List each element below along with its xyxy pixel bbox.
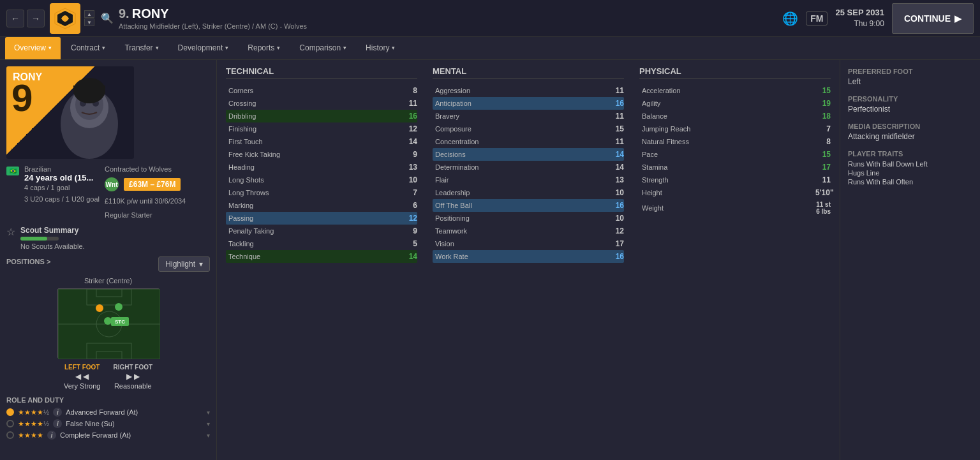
- top-bar: ← → ▲ ▼ 🔍 9.RONY Attacking Midfielder (L…: [0, 0, 980, 37]
- attr-aggression: Aggression 11: [433, 84, 624, 97]
- role-name-2: Complete Forward (At): [60, 431, 203, 439]
- role-chevron-1[interactable]: ▾: [207, 420, 210, 427]
- chevron-down-icon: ▾: [343, 45, 346, 51]
- role-chevron-2[interactable]: ▾: [207, 432, 210, 439]
- scout-star-icon: ☆: [6, 226, 15, 238]
- column-divider-2: [624, 66, 639, 263]
- attr-freekick: Free Kick Taking 9: [226, 148, 417, 161]
- right-foot-label: RIGHT FOOT: [113, 364, 152, 371]
- continue-button[interactable]: CONTINUE ▶: [892, 3, 974, 34]
- pitch-diagram: STC: [57, 288, 160, 359]
- attr-longthrows: Long Throws 7: [226, 186, 417, 199]
- player-header-info: 9.RONY Attacking Midfielder (Left), Stri…: [119, 6, 782, 30]
- personality-label: PERSONALITY: [848, 95, 972, 103]
- photo-name-label: RONY: [13, 71, 42, 83]
- attr-penaltytaking: Penalty Taking 9: [226, 225, 417, 237]
- tab-transfer[interactable]: Transfer ▾: [115, 37, 167, 59]
- positions-header[interactable]: POSITIONS >: [6, 258, 50, 265]
- player-overview-card: RONY 9: [6, 66, 210, 159]
- player-info-section: 🇧🇷 Brazilian 24 years old (15... 4 caps …: [6, 165, 210, 250]
- attr-flair: Flair 13: [433, 174, 624, 186]
- trait-list: Runs With Ball Down Left Hugs Line Runs …: [848, 160, 972, 186]
- svg-point-17: [115, 303, 122, 311]
- search-button[interactable]: 🔍: [101, 12, 114, 24]
- pitch-container: Striker (Centre): [6, 277, 210, 359]
- right-panel: PREFERRED FOOT Left PERSONALITY Perfecti…: [840, 60, 980, 460]
- highlight-dropdown[interactable]: Highlight ▾: [158, 256, 210, 272]
- attr-decisions: Decisions 14: [433, 148, 624, 161]
- back-button[interactable]: ←: [6, 10, 24, 27]
- media-desc-section: MEDIA DESCRIPTION Attacking midfielder: [848, 122, 972, 141]
- position-name: Striker (Centre): [84, 277, 132, 285]
- attrs-columns: TECHNICAL Corners 8 Crossing 11 Dribblin…: [226, 66, 831, 263]
- age-label: 24 years old (15...: [24, 173, 100, 182]
- fm-badge: FM: [806, 11, 828, 26]
- attr-pace: Pace 15: [639, 148, 831, 161]
- chevron-down-icon: ▾: [102, 45, 105, 51]
- role-name-1: False Nine (Su): [66, 420, 203, 427]
- player-status: Regular Starter: [105, 210, 186, 221]
- nationality-label: Brazilian: [24, 165, 100, 173]
- right-foot-rating: Reasonable: [113, 382, 152, 390]
- nationality-block: 🇧🇷 Brazilian 24 years old (15... 4 caps …: [6, 165, 100, 221]
- media-desc-label: MEDIA DESCRIPTION: [848, 122, 972, 130]
- column-divider-1: [417, 66, 433, 263]
- forward-button[interactable]: →: [27, 10, 45, 27]
- contract-block: Contracted to Wolves Wnt £63M – £76M £11…: [105, 165, 186, 221]
- badge-nav-arrows: ▲ ▼: [84, 10, 94, 26]
- attr-acceleration: Acceleration 15: [639, 84, 831, 97]
- positions-header-row: POSITIONS > Highlight ▾: [6, 256, 210, 272]
- scout-progress-fill: [20, 237, 47, 241]
- left-foot-block: LEFT FOOT ◀ ◀ Very Strong: [64, 364, 100, 390]
- personality-value: Perfectionist: [848, 105, 972, 114]
- nav-arrows: ← →: [6, 10, 45, 27]
- attr-balance: Balance 18: [639, 110, 831, 122]
- tab-reports[interactable]: Reports ▾: [239, 37, 289, 59]
- attr-anticipation: Anticipation 16: [433, 97, 624, 110]
- value-block: Wnt £63M – £76M: [105, 177, 186, 191]
- flag-icon: 🇧🇷: [6, 167, 19, 175]
- badge-up[interactable]: ▲: [84, 10, 94, 18]
- role-item-1: ★★★★½ i False Nine (Su) ▾: [6, 419, 210, 428]
- traits-section: PLAYER TRAITS Runs With Ball Down Left H…: [848, 150, 972, 186]
- role-info-icon-1[interactable]: i: [53, 419, 62, 428]
- role-radio-1[interactable]: [6, 420, 14, 427]
- continue-arrow-icon: ▶: [954, 13, 961, 24]
- attr-stamina: Stamina 17: [639, 161, 831, 174]
- nat-info: Brazilian 24 years old (15... 4 caps / 1…: [24, 165, 100, 205]
- nav-tabs: Overview ▾ Contract ▾ Transfer ▾ Develop…: [0, 37, 980, 60]
- attr-dribbling: Dribbling 16: [226, 110, 417, 122]
- tab-history[interactable]: History ▾: [357, 37, 404, 59]
- player-photo: RONY 9: [6, 66, 134, 159]
- tab-development[interactable]: Development ▾: [169, 37, 238, 59]
- role-radio-0[interactable]: [6, 408, 14, 416]
- attr-composure: Composure 15: [433, 122, 624, 135]
- preferred-foot-label: PREFERRED FOOT: [848, 68, 972, 75]
- globe-icon: 🌐: [782, 11, 798, 26]
- tab-overview[interactable]: Overview ▾: [5, 37, 61, 59]
- role-stars-2: ★★★★: [18, 431, 43, 440]
- traits-label: PLAYER TRAITS: [848, 150, 972, 158]
- top-right: 🌐 FM 25 SEP 2031 Thu 9:00 CONTINUE ▶: [782, 3, 974, 34]
- physical-header: PHYSICAL: [639, 66, 831, 79]
- attr-offtheball: Off The Ball 16: [433, 199, 624, 212]
- role-chevron-0[interactable]: ▾: [207, 409, 210, 416]
- role-info-icon-0[interactable]: i: [53, 408, 62, 417]
- role-item-2: ★★★★ i Complete Forward (At) ▾: [6, 431, 210, 440]
- attributes-panel: TECHNICAL Corners 8 Crossing 11 Dribblin…: [217, 60, 840, 460]
- attr-vision: Vision 17: [433, 237, 624, 250]
- role-item-0: ★★★★½ i Advanced Forward (At) ▾: [6, 408, 210, 417]
- badge-down[interactable]: ▼: [84, 19, 94, 26]
- chevron-down-icon: ▾: [277, 45, 280, 51]
- scout-section: ☆ Scout Summary No Scouts Available.: [6, 226, 85, 250]
- role-duty-header: ROLE AND DUTY: [6, 396, 210, 404]
- tab-contract[interactable]: Contract ▾: [62, 37, 114, 59]
- preferred-foot-value: Left: [848, 77, 972, 86]
- mental-header: MENTAL: [433, 66, 624, 79]
- role-radio-2[interactable]: [6, 431, 14, 439]
- left-foot-rating: Very Strong: [64, 382, 100, 390]
- scout-info: Scout Summary No Scouts Available.: [20, 226, 85, 250]
- role-stars-1: ★★★★½: [18, 420, 49, 428]
- role-info-icon-2[interactable]: i: [47, 431, 56, 440]
- tab-comparison[interactable]: Comparison ▾: [290, 37, 355, 59]
